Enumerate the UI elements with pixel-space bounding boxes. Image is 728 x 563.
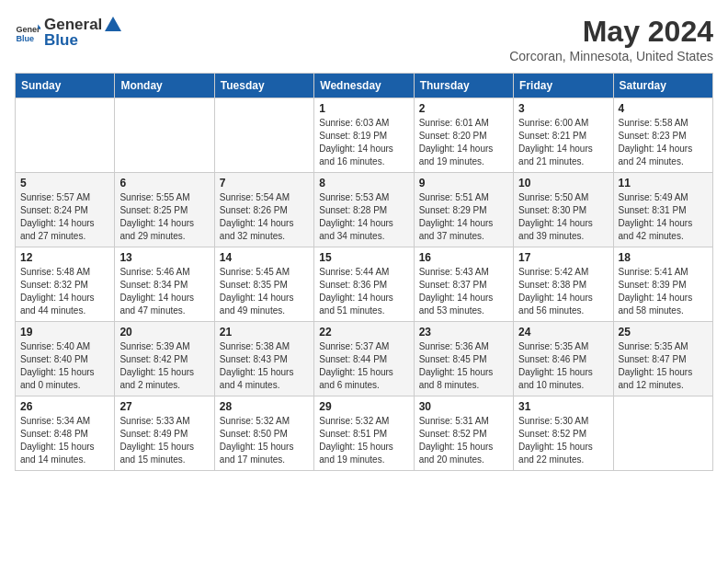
day-number: 18 — [619, 251, 708, 264]
table-row: 17Sunrise: 5:42 AM Sunset: 8:38 PM Dayli… — [514, 247, 613, 322]
table-row: 6Sunrise: 5:55 AM Sunset: 8:25 PM Daylig… — [115, 173, 214, 247]
day-info: Sunrise: 5:36 AM Sunset: 8:45 PM Dayligh… — [419, 340, 508, 392]
logo-icon: General Blue — [15, 19, 40, 45]
day-info: Sunrise: 5:35 AM Sunset: 8:47 PM Dayligh… — [619, 340, 708, 392]
table-row — [115, 98, 214, 173]
day-info: Sunrise: 5:40 AM Sunset: 8:40 PM Dayligh… — [20, 340, 109, 392]
day-info: Sunrise: 5:53 AM Sunset: 8:28 PM Dayligh… — [319, 191, 408, 243]
day-number: 30 — [419, 400, 508, 413]
table-row: 26Sunrise: 5:34 AM Sunset: 8:48 PM Dayli… — [16, 396, 115, 471]
table-row: 14Sunrise: 5:45 AM Sunset: 8:35 PM Dayli… — [214, 247, 313, 322]
day-number: 21 — [220, 326, 309, 339]
table-row: 13Sunrise: 5:46 AM Sunset: 8:34 PM Dayli… — [115, 247, 214, 322]
calendar-table: Sunday Monday Tuesday Wednesday Thursday… — [15, 73, 713, 471]
location-subtitle: Corcoran, Minnesota, United States — [509, 49, 713, 63]
logo: General Blue General Blue — [15, 15, 124, 50]
day-number: 11 — [619, 177, 708, 190]
day-info: Sunrise: 6:01 AM Sunset: 8:20 PM Dayligh… — [419, 117, 508, 168]
day-info: Sunrise: 6:00 AM Sunset: 8:21 PM Dayligh… — [518, 117, 608, 168]
col-thursday: Thursday — [414, 74, 513, 98]
table-row: 31Sunrise: 5:30 AM Sunset: 8:52 PM Dayli… — [514, 396, 613, 471]
month-year-title: May 2024 — [509, 15, 713, 49]
day-number: 19 — [20, 326, 109, 339]
day-number: 13 — [119, 251, 209, 264]
table-row: 9Sunrise: 5:51 AM Sunset: 8:29 PM Daylig… — [414, 173, 513, 247]
table-row: 28Sunrise: 5:32 AM Sunset: 8:50 PM Dayli… — [214, 396, 313, 471]
svg-text:General: General — [16, 25, 40, 34]
table-row: 24Sunrise: 5:35 AM Sunset: 8:46 PM Dayli… — [514, 322, 613, 396]
day-info: Sunrise: 5:32 AM Sunset: 8:51 PM Dayligh… — [319, 415, 408, 466]
day-info: Sunrise: 6:03 AM Sunset: 8:19 PM Dayligh… — [319, 117, 408, 168]
day-number: 1 — [319, 102, 408, 115]
day-number: 31 — [518, 400, 608, 413]
day-info: Sunrise: 5:34 AM Sunset: 8:48 PM Dayligh… — [20, 415, 109, 466]
calendar-header-row: Sunday Monday Tuesday Wednesday Thursday… — [16, 74, 713, 98]
table-row: 4Sunrise: 5:58 AM Sunset: 8:23 PM Daylig… — [613, 98, 712, 173]
day-number: 9 — [419, 177, 508, 190]
day-info: Sunrise: 5:35 AM Sunset: 8:46 PM Dayligh… — [518, 340, 608, 392]
day-number: 25 — [619, 326, 708, 339]
day-number: 2 — [419, 102, 508, 115]
day-number: 15 — [319, 251, 408, 264]
calendar-week-row: 1Sunrise: 6:03 AM Sunset: 8:19 PM Daylig… — [16, 98, 713, 173]
day-info: Sunrise: 5:42 AM Sunset: 8:38 PM Dayligh… — [518, 266, 608, 317]
day-number: 28 — [220, 400, 309, 413]
day-number: 17 — [518, 251, 608, 264]
table-row: 25Sunrise: 5:35 AM Sunset: 8:47 PM Dayli… — [613, 322, 712, 396]
table-row: 8Sunrise: 5:53 AM Sunset: 8:28 PM Daylig… — [314, 173, 414, 247]
day-number: 20 — [119, 326, 209, 339]
day-info: Sunrise: 5:43 AM Sunset: 8:37 PM Dayligh… — [419, 266, 508, 317]
table-row: 22Sunrise: 5:37 AM Sunset: 8:44 PM Dayli… — [314, 322, 414, 396]
day-info: Sunrise: 5:58 AM Sunset: 8:23 PM Dayligh… — [619, 117, 708, 168]
table-row: 11Sunrise: 5:49 AM Sunset: 8:31 PM Dayli… — [613, 173, 712, 247]
day-number: 10 — [518, 177, 608, 190]
col-tuesday: Tuesday — [214, 74, 313, 98]
day-info: Sunrise: 5:44 AM Sunset: 8:36 PM Dayligh… — [319, 266, 408, 317]
day-info: Sunrise: 5:37 AM Sunset: 8:44 PM Dayligh… — [319, 340, 408, 392]
day-number: 24 — [518, 326, 608, 339]
table-row: 3Sunrise: 6:00 AM Sunset: 8:21 PM Daylig… — [514, 98, 613, 173]
table-row: 1Sunrise: 6:03 AM Sunset: 8:19 PM Daylig… — [314, 98, 414, 173]
col-monday: Monday — [115, 74, 214, 98]
table-row: 15Sunrise: 5:44 AM Sunset: 8:36 PM Dayli… — [314, 247, 414, 322]
day-info: Sunrise: 5:46 AM Sunset: 8:34 PM Dayligh… — [119, 266, 209, 317]
day-number: 6 — [119, 177, 209, 190]
day-number: 14 — [220, 251, 309, 264]
calendar-week-row: 5Sunrise: 5:57 AM Sunset: 8:24 PM Daylig… — [16, 173, 713, 247]
day-info: Sunrise: 5:51 AM Sunset: 8:29 PM Dayligh… — [419, 191, 508, 243]
day-number: 16 — [419, 251, 508, 264]
table-row: 2Sunrise: 6:01 AM Sunset: 8:20 PM Daylig… — [414, 98, 513, 173]
day-info: Sunrise: 5:32 AM Sunset: 8:50 PM Dayligh… — [220, 415, 309, 466]
day-number: 3 — [518, 102, 608, 115]
day-number: 5 — [20, 177, 109, 190]
calendar-week-row: 12Sunrise: 5:48 AM Sunset: 8:32 PM Dayli… — [16, 247, 713, 322]
day-number: 27 — [119, 400, 209, 413]
day-info: Sunrise: 5:50 AM Sunset: 8:30 PM Dayligh… — [518, 191, 608, 243]
table-row — [613, 396, 712, 471]
table-row: 29Sunrise: 5:32 AM Sunset: 8:51 PM Dayli… — [314, 396, 414, 471]
day-info: Sunrise: 5:31 AM Sunset: 8:52 PM Dayligh… — [419, 415, 508, 466]
day-number: 12 — [20, 251, 109, 264]
day-number: 8 — [319, 177, 408, 190]
day-number: 23 — [419, 326, 508, 339]
table-row — [214, 98, 313, 173]
col-saturday: Saturday — [613, 74, 712, 98]
day-number: 4 — [619, 102, 708, 115]
table-row: 18Sunrise: 5:41 AM Sunset: 8:39 PM Dayli… — [613, 247, 712, 322]
title-block: May 2024 Corcoran, Minnesota, United Sta… — [509, 15, 713, 63]
table-row: 23Sunrise: 5:36 AM Sunset: 8:45 PM Dayli… — [414, 322, 513, 396]
day-info: Sunrise: 5:38 AM Sunset: 8:43 PM Dayligh… — [220, 340, 309, 392]
table-row: 27Sunrise: 5:33 AM Sunset: 8:49 PM Dayli… — [115, 396, 214, 471]
logo-triangle-icon — [103, 15, 123, 35]
day-number: 26 — [20, 400, 109, 413]
table-row: 10Sunrise: 5:50 AM Sunset: 8:30 PM Dayli… — [514, 173, 613, 247]
table-row: 12Sunrise: 5:48 AM Sunset: 8:32 PM Dayli… — [16, 247, 115, 322]
day-number: 29 — [319, 400, 408, 413]
table-row: 5Sunrise: 5:57 AM Sunset: 8:24 PM Daylig… — [16, 173, 115, 247]
table-row: 16Sunrise: 5:43 AM Sunset: 8:37 PM Dayli… — [414, 247, 513, 322]
table-row: 21Sunrise: 5:38 AM Sunset: 8:43 PM Dayli… — [214, 322, 313, 396]
table-row — [16, 98, 115, 173]
svg-marker-3 — [105, 17, 121, 31]
day-info: Sunrise: 5:55 AM Sunset: 8:25 PM Dayligh… — [119, 191, 209, 243]
day-info: Sunrise: 5:39 AM Sunset: 8:42 PM Dayligh… — [119, 340, 209, 392]
